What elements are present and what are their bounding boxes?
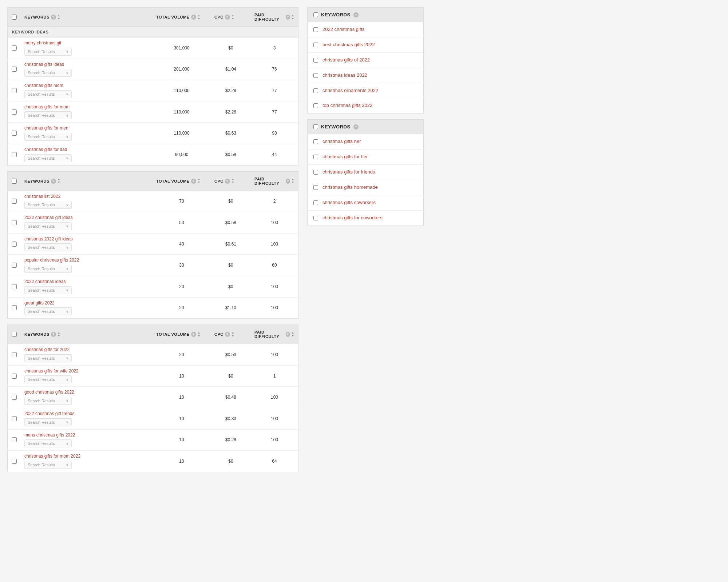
keyword-text[interactable]: mens christmas gifts 2022 [24, 432, 75, 438]
select-all-checkbox[interactable] [12, 179, 17, 184]
sort-down-arrow[interactable]: ▼ [198, 17, 201, 20]
search-results-dropdown[interactable]: Search Results ∨ [24, 243, 72, 251]
row-checkbox[interactable] [12, 67, 17, 72]
difficulty-sort-arrows[interactable]: ▲▼ [292, 331, 294, 338]
keyword-text[interactable]: christmas list 2022 [24, 194, 60, 199]
search-results-dropdown[interactable]: Search Results ∨ [24, 375, 72, 383]
header-checkbox-cell[interactable] [8, 330, 21, 339]
right-header-checkbox-cell[interactable] [313, 124, 318, 129]
row-checkbox-cell[interactable] [8, 281, 21, 292]
cpc-sort-arrows[interactable]: ▲▼ [232, 331, 234, 338]
right-row-checkbox[interactable] [313, 88, 318, 93]
right-select-all-checkbox[interactable] [313, 124, 318, 129]
row-checkbox[interactable] [12, 395, 17, 400]
row-checkbox-cell[interactable] [8, 349, 21, 360]
keywords-sort-arrows[interactable]: ▲▼ [58, 331, 60, 338]
row-checkbox-cell[interactable] [8, 64, 21, 75]
row-checkbox-cell[interactable] [8, 456, 21, 467]
sort-up-arrow[interactable]: ▲ [58, 14, 60, 17]
row-checkbox[interactable] [12, 220, 17, 225]
row-checkbox[interactable] [12, 305, 17, 310]
right-keyword-text[interactable]: christmas gifts her [323, 139, 361, 145]
row-checkbox[interactable] [12, 352, 17, 357]
row-checkbox-cell[interactable] [8, 260, 21, 271]
cpc-sort-arrows[interactable]: ▲▼ [232, 178, 234, 184]
volume-help-icon[interactable]: ? [191, 15, 196, 20]
difficulty-help-icon[interactable]: ? [286, 15, 290, 20]
right-keyword-text[interactable]: christmas ideas 2022 [323, 72, 367, 79]
row-checkbox-cell[interactable] [8, 302, 21, 313]
right-keyword-text[interactable]: top christmas gifts 2022 [323, 103, 372, 109]
sort-up-arrow[interactable]: ▲ [292, 178, 294, 181]
select-all-checkbox[interactable] [12, 332, 17, 337]
keywords-sort-arrows[interactable]: ▲▼ [58, 178, 60, 184]
right-row-checkbox[interactable] [313, 43, 318, 47]
row-checkbox-cell[interactable] [8, 149, 21, 160]
row-checkbox[interactable] [12, 199, 17, 204]
difficulty-help-icon[interactable]: ? [286, 179, 290, 184]
sort-down-arrow[interactable]: ▼ [292, 17, 294, 20]
right-row-checkbox[interactable] [313, 155, 318, 159]
sort-down-arrow[interactable]: ▼ [232, 17, 234, 20]
search-results-dropdown[interactable]: Search Results ∨ [24, 48, 72, 56]
row-checkbox[interactable] [12, 242, 17, 247]
search-results-dropdown[interactable]: Search Results ∨ [24, 133, 72, 141]
right-keyword-text[interactable]: 2022 christmas gifts [323, 27, 365, 33]
cpc-help-icon[interactable]: ? [225, 15, 230, 20]
volume-sort-arrows[interactable]: ▲▼ [198, 331, 201, 338]
volume-sort-arrows[interactable]: ▲▼ [198, 178, 201, 184]
sort-up-arrow[interactable]: ▲ [232, 178, 234, 181]
row-checkbox[interactable] [12, 416, 17, 421]
right-keywords-help-icon[interactable]: ? [353, 124, 359, 129]
difficulty-sort-arrows[interactable]: ▲▼ [292, 178, 294, 184]
right-keyword-text[interactable]: christmas gifts for her [323, 154, 368, 160]
sort-down-arrow[interactable]: ▼ [58, 335, 60, 338]
keyword-text[interactable]: christmas 2022 gift ideas [24, 236, 73, 242]
sort-up-arrow[interactable]: ▲ [198, 14, 201, 17]
search-results-dropdown[interactable]: Search Results ∨ [24, 286, 72, 294]
keyword-text[interactable]: christmas gifts for mom [24, 104, 70, 109]
row-checkbox-cell[interactable] [8, 85, 21, 96]
sort-down-arrow[interactable]: ▼ [292, 181, 294, 184]
right-keyword-text[interactable]: christmas ornaments 2022 [323, 88, 378, 94]
sort-down-arrow[interactable]: ▼ [292, 335, 294, 338]
keywords-sort-arrows[interactable]: ▲▼ [58, 14, 60, 20]
right-keyword-text[interactable]: best christmas gifts 2022 [323, 42, 375, 48]
sort-up-arrow[interactable]: ▲ [58, 331, 60, 334]
volume-help-icon[interactable]: ? [191, 332, 196, 337]
right-keyword-text[interactable]: christmas gifts for coworkers [323, 215, 383, 221]
row-checkbox[interactable] [12, 88, 17, 93]
difficulty-sort-arrows[interactable]: ▲▼ [292, 14, 294, 20]
cpc-help-icon[interactable]: ? [225, 332, 230, 337]
row-checkbox[interactable] [12, 109, 17, 115]
keyword-text[interactable]: christmas gifts ideas [24, 62, 64, 67]
right-keywords-help-icon[interactable]: ? [353, 12, 359, 17]
keyword-text[interactable]: christmas gifts mom [24, 83, 63, 88]
search-results-dropdown[interactable]: Search Results ∨ [24, 461, 72, 469]
row-checkbox[interactable] [12, 459, 17, 464]
right-header-checkbox-cell[interactable] [313, 12, 318, 17]
cpc-sort-arrows[interactable]: ▲▼ [232, 14, 234, 20]
sort-up-arrow[interactable]: ▲ [292, 331, 294, 334]
search-results-dropdown[interactable]: Search Results ∨ [24, 265, 72, 273]
sort-down-arrow[interactable]: ▼ [232, 181, 234, 184]
row-checkbox[interactable] [12, 437, 17, 442]
row-checkbox-cell[interactable] [8, 392, 21, 403]
volume-help-icon[interactable]: ? [191, 179, 196, 184]
keyword-text[interactable]: christmas gifts for 2022 [24, 347, 70, 352]
right-row-checkbox[interactable] [313, 139, 318, 144]
keywords-help-icon[interactable]: ? [51, 332, 56, 337]
sort-up-arrow[interactable]: ▲ [58, 178, 60, 181]
row-checkbox-cell[interactable] [8, 43, 21, 53]
search-results-dropdown[interactable]: Search Results ∨ [24, 222, 72, 230]
right-row-checkbox[interactable] [313, 27, 318, 32]
row-checkbox-cell[interactable] [8, 371, 21, 382]
cpc-help-icon[interactable]: ? [225, 179, 230, 184]
keyword-text[interactable]: christmas gifts for men [24, 125, 68, 131]
row-checkbox-cell[interactable] [8, 107, 21, 117]
row-checkbox-cell[interactable] [8, 128, 21, 139]
search-results-dropdown[interactable]: Search Results ∨ [24, 397, 72, 405]
sort-up-arrow[interactable]: ▲ [198, 178, 201, 181]
row-checkbox[interactable] [12, 263, 17, 268]
keyword-text[interactable]: 2022 christmas ideas [24, 279, 66, 284]
